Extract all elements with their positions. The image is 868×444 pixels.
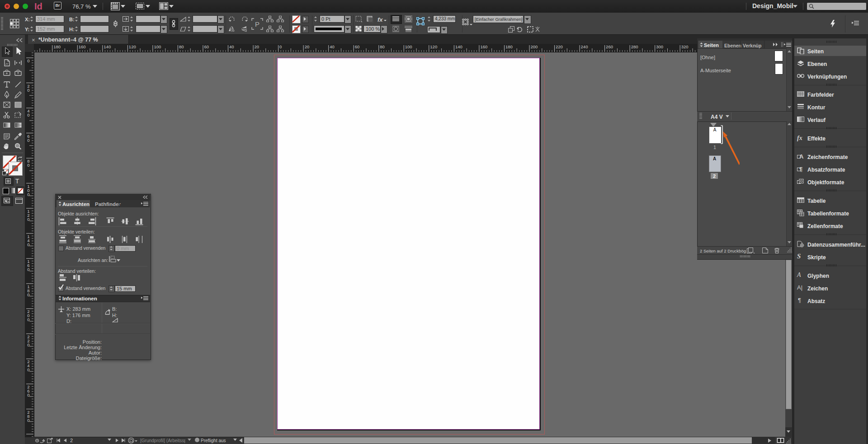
svg-text:A: A: [799, 153, 804, 160]
svg-text:¶: ¶: [799, 166, 802, 173]
